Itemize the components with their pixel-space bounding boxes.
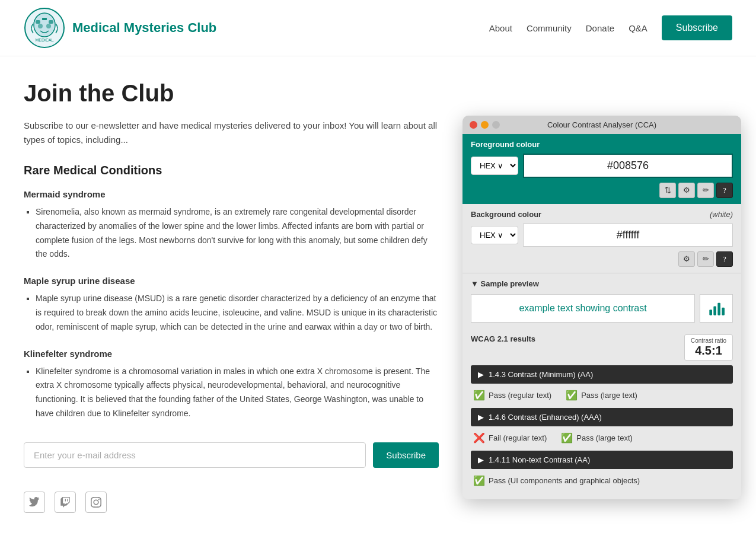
cca-result-1411-ui-label: Pass (UI components and graphical object… <box>489 476 640 485</box>
nav-community[interactable]: Community <box>527 23 572 33</box>
twitter-icon[interactable] <box>24 492 45 513</box>
main-content: Join the Club Subscribe to our e-newslet… <box>0 56 756 537</box>
cca-background-section: Background colour (white) HEX ∨ ⚙ ✏ ? <box>462 204 741 273</box>
cca-bg-tools: ⚙ ✏ ? <box>471 251 733 267</box>
cca-result-143[interactable]: ▶ 1.4.3 Contrast (Minimum) (AA) <box>471 365 733 384</box>
condition-klinefelter: Klinefelter syndrome Klinefelter syndrom… <box>24 349 439 421</box>
cca-result-1411-detail: ✅ Pass (UI components and graphical obje… <box>471 471 733 490</box>
cca-result-143-large-label: Pass (large text) <box>581 391 637 400</box>
svg-rect-9 <box>713 307 716 315</box>
cca-window-title: Colour Contrast Analyser (CCA) <box>547 120 656 129</box>
brand-title: Medical Mysteries Club <box>72 20 216 36</box>
email-input[interactable] <box>24 442 366 468</box>
cca-result-146-label: 1.4.6 Contrast (Enhanced) (AAA) <box>489 413 602 422</box>
cca-titlebar: Colour Contrast Analyser (CCA) <box>462 116 741 134</box>
svg-rect-10 <box>717 303 720 315</box>
cca-result-1411[interactable]: ▶ 1.4.11 Non-text Contrast (AA) <box>471 451 733 469</box>
navbar-links: About Community Donate Q&A Subscribe <box>489 15 732 40</box>
navbar: MEDICAL Medical Mysteries Club About Com… <box>0 0 756 56</box>
cca-text-preview: example text showing contrast <box>471 294 695 323</box>
cca-result-143-label: 1.4.3 Contrast (Minimum) (AA) <box>489 370 593 379</box>
cca-fg-help-btn[interactable]: ? <box>716 183 733 198</box>
svg-point-6 <box>46 24 51 28</box>
cca-fg-hex-input[interactable] <box>523 154 733 178</box>
nav-about[interactable]: About <box>489 23 512 33</box>
right-panel: Colour Contrast Analyser (CCA) Foregroun… <box>462 80 741 513</box>
cca-background-label: Background colour <box>471 210 541 219</box>
cca-bg-help-btn[interactable]: ? <box>716 251 733 267</box>
condition-mermaid: Mermaid syndrome Sirenomelia, also known… <box>24 189 439 261</box>
cca-bg-eyedropper-btn[interactable]: ✏ <box>697 251 714 267</box>
twitch-icon[interactable] <box>55 492 76 513</box>
cca-bg-format-select[interactable]: HEX ∨ <box>471 226 518 244</box>
svg-rect-4 <box>42 18 47 20</box>
cca-close-dot[interactable] <box>470 121 477 129</box>
cca-foreground-section: Foreground colour HEX ∨ ⇅ ⚙ ✏ ? <box>462 134 741 204</box>
svg-point-5 <box>38 24 43 28</box>
cca-triangle-146: ▶ <box>478 413 484 422</box>
left-panel: Join the Club Subscribe to our e-newslet… <box>24 80 439 513</box>
instagram-icon[interactable] <box>85 492 107 513</box>
cca-fg-swap-btn[interactable]: ⇅ <box>659 183 676 198</box>
cca-background-label-row: Background colour (white) <box>471 210 733 219</box>
cca-wcag-label: WCAG 2.1 results <box>471 334 535 343</box>
cca-window: Colour Contrast Analyser (CCA) Foregroun… <box>462 116 741 499</box>
cca-pass-icon-1411-ui: ✅ <box>473 475 485 486</box>
cca-preview-header: ▼ Sample preview <box>471 279 733 288</box>
svg-rect-11 <box>722 308 725 315</box>
condition-mermaid-desc: Sirenomelia, also known as mermaid syndr… <box>36 205 439 261</box>
cca-result-146-large-label: Pass (large text) <box>576 433 633 442</box>
cca-window-dots <box>470 121 500 129</box>
cca-triangle-1411: ▶ <box>478 455 484 464</box>
cca-results-header: WCAG 2.1 results Contrast ratio 4.5:1 <box>471 334 733 361</box>
cca-bg-white-label: (white) <box>710 210 733 219</box>
cca-result-146-large: ✅ Pass (large text) <box>561 432 633 444</box>
cca-pass-icon-146-large: ✅ <box>561 432 573 444</box>
svg-rect-2 <box>36 20 40 24</box>
cca-bg-hex-input[interactable] <box>523 224 733 247</box>
cca-bg-color-row: HEX ∨ <box>471 224 733 247</box>
cca-bg-settings-btn[interactable]: ⚙ <box>678 251 695 267</box>
cca-fg-format-select[interactable]: HEX ∨ <box>471 157 518 175</box>
nav-subscribe-button[interactable]: Subscribe <box>662 15 732 40</box>
cca-contrast-ratio-value: 4.5:1 <box>691 344 726 358</box>
svg-rect-3 <box>49 20 53 24</box>
cca-result-1411-label: 1.4.11 Non-text Contrast (AA) <box>489 455 590 464</box>
cca-chart-view-btn[interactable] <box>700 294 733 323</box>
email-subscribe-button[interactable]: Subscribe <box>373 442 439 468</box>
cca-minimize-dot[interactable] <box>481 121 489 129</box>
cca-result-146-detail: ❌ Fail (regular text) ✅ Pass (large text… <box>471 429 733 447</box>
nav-qa[interactable]: Q&A <box>629 23 647 33</box>
cca-foreground-label: Foreground colour <box>471 140 733 149</box>
cca-fg-tools: ⇅ ⚙ ✏ ? <box>471 183 733 198</box>
condition-klinefelter-title: Klinefelter syndrome <box>24 349 439 359</box>
cca-result-143-detail: ✅ Pass (regular text) ✅ Pass (large text… <box>471 386 733 404</box>
cca-preview-area: example text showing contrast <box>471 294 733 323</box>
cca-fg-eyedropper-btn[interactable]: ✏ <box>697 183 714 198</box>
cca-pass-icon-143-large: ✅ <box>566 390 578 401</box>
cca-result-143-regular: ✅ Pass (regular text) <box>473 390 551 401</box>
cca-fg-settings-btn[interactable]: ⚙ <box>678 183 695 198</box>
cca-fg-color-row: HEX ∨ <box>471 154 733 178</box>
intro-text: Subscribe to our e-newsletter and have m… <box>24 119 439 147</box>
cca-maximize-dot[interactable] <box>492 121 500 129</box>
cca-result-146[interactable]: ▶ 1.4.6 Contrast (Enhanced) (AAA) <box>471 408 733 426</box>
cca-result-143-regular-label: Pass (regular text) <box>489 391 551 400</box>
condition-klinefelter-desc: Klinefelter syndrome is a chromosomal va… <box>36 365 439 421</box>
social-icons <box>24 492 439 513</box>
cca-contrast-box: Contrast ratio 4.5:1 <box>684 334 733 361</box>
nav-donate[interactable]: Donate <box>586 23 614 33</box>
cca-result-146-regular: ❌ Fail (regular text) <box>473 432 547 444</box>
cca-result-1411-ui: ✅ Pass (UI components and graphical obje… <box>473 475 640 486</box>
section-title: Rare Medical Conditions <box>24 164 439 177</box>
svg-rect-8 <box>709 310 712 315</box>
svg-point-1 <box>34 13 55 37</box>
page-title: Join the Club <box>24 80 439 107</box>
condition-maple-desc: Maple syrup urine disease (MSUD) is a ra… <box>36 292 439 334</box>
email-subscribe-row: Subscribe <box>24 442 439 468</box>
navbar-brand[interactable]: MEDICAL Medical Mysteries Club <box>24 7 216 49</box>
condition-mermaid-title: Mermaid syndrome <box>24 189 439 199</box>
svg-text:MEDICAL: MEDICAL <box>35 38 53 42</box>
cca-result-146-regular-label: Fail (regular text) <box>489 433 547 442</box>
cca-triangle-143: ▶ <box>478 370 484 379</box>
